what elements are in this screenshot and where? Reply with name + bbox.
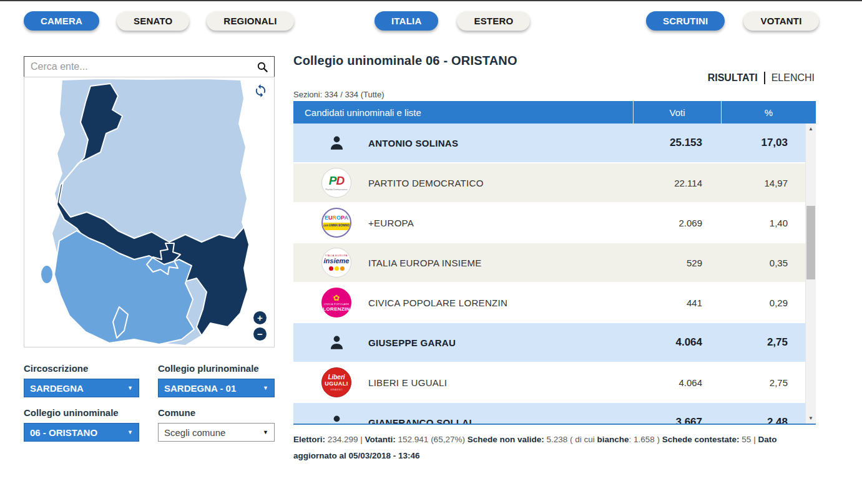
row-percent: 2,48 [721,416,805,425]
filter-select-collegio-plurinominale[interactable]: SARDEGNA - 01 ▼ [158,379,275,397]
nav-button-votanti[interactable]: VOTANTI [743,11,818,31]
header-candidates: Candidati uninominali e liste [293,101,633,124]
row-percent: 17,03 [721,137,805,149]
filter-label: Collegio plurinominale [158,363,275,374]
row-votes: 4.064 [633,336,721,349]
row-votes: 2.069 [633,218,721,228]
filter-value: 06 - ORISTANO [30,427,97,438]
row-logo-slot [321,327,351,357]
results-table: Candidati uninominali e liste Voti % ANT… [293,101,816,425]
chevron-down-icon: ▼ [263,385,268,391]
row-name-cell: LiberiUGUALIGRASSO LIBERI E UGUALI [293,367,633,397]
chevron-down-icon: ▼ [127,429,133,435]
row-logo-slot: ITALIA EUROPAinsieme [321,248,351,278]
tab-separator [764,72,765,84]
scroll-up-icon[interactable]: ▲ [806,124,816,133]
summary-value: 234.299 | [325,435,365,444]
summary-value: 5.238 ( di cui [544,435,597,444]
tab-elenchi[interactable]: ELENCHI [771,72,815,84]
party-list-row[interactable]: ITALIA EUROPAinsieme ITALIA EUROPA INSIE… [293,243,805,283]
turnout-summary: Elettori: 234.299 | Votanti: 152.941 (65… [293,432,815,463]
row-logo-slot [321,407,351,425]
party-logo-pd: PDPartito Democratico [321,168,351,198]
row-label: LIBERI E UGUALI [368,377,447,388]
chevron-down-icon: ▼ [127,385,133,391]
party-list-row[interactable]: ✿CIVICA POPOLARELORENZIN CIVICA POPOLARE… [293,283,805,323]
row-percent: 2,75 [721,336,805,349]
filter-select-circoscrizione[interactable]: SARDEGNA ▼ [24,379,139,397]
row-votes: 25.153 [633,137,721,149]
row-votes: 22.114 [633,178,721,188]
nav-group-territory: ITALIAESTERO [375,11,530,31]
row-percent: 2,75 [721,377,805,388]
candidate-row[interactable]: GIANFRANCO SOLLAI 3.667 2,48 [293,403,805,425]
search-icon[interactable] [257,61,268,73]
row-votes: 3.667 [633,416,721,425]
filter: Collegio plurinominale SARDEGNA - 01 ▼ [158,363,275,397]
row-label: GIUSEPPE GARAU [368,337,456,348]
map-island-small[interactable] [41,265,53,284]
row-name-cell: EUROPAcon EMMA BONINO +EUROPA [293,208,633,238]
filter-value: SARDEGNA - 01 [164,383,236,394]
summary-label: Votanti: [365,435,396,444]
scrollbar-thumb[interactable] [806,206,815,279]
row-label: ANTONIO SOLINAS [368,138,458,148]
region-map[interactable]: + − [24,77,275,347]
filter: Collegio uninominale 06 - ORISTANO ▼ [24,407,139,442]
refresh-icon[interactable] [253,84,268,99]
row-label: CIVICA POPOLARE LORENZIN [368,298,507,308]
row-logo-slot: EUROPAcon EMMA BONINO [321,208,351,238]
row-logo-slot: PDPartito Democratico [321,168,351,198]
party-logo-liberi-e-uguali: LiberiUGUALIGRASSO [321,367,351,397]
summary-value: 55 | [740,435,758,444]
candidate-row[interactable]: ANTONIO SOLINAS 25.153 17,03 [293,124,805,163]
party-list-row[interactable]: LiberiUGUALIGRASSO LIBERI E UGUALI 4.064… [293,363,805,403]
page-title: Collegio uninominale 06 - ORISTANO [293,54,517,68]
filter-label: Comune [158,407,275,418]
filter: Comune Scegli comune ▼ [158,407,275,442]
results-tabs: RISULTATI ELENCHI [708,72,815,84]
row-votes: 529 [633,258,721,268]
row-logo-slot: ✿CIVICA POPOLARELORENZIN [321,288,351,317]
scroll-down-icon[interactable]: ▼ [806,414,816,423]
nav-button-senato[interactable]: SENATO [117,11,189,31]
nav-button-scrutini[interactable]: SCRUTINI [646,11,725,31]
nav-button-camera[interactable]: CAMERA [24,11,99,31]
row-logo-slot [321,128,351,158]
summary-label: Elettori: [293,435,325,444]
row-name-cell: ANTONIO SOLINAS [293,128,633,158]
party-list-row[interactable]: PDPartito Democratico PARTITO DEMOCRATIC… [293,163,805,203]
row-votes: 441 [633,298,721,308]
nav-button-estero[interactable]: ESTERO [457,11,530,31]
filter-select-comune[interactable]: Scegli comune ▼ [158,423,275,442]
row-name-cell: GIANFRANCO SOLLAI [293,407,633,425]
zoom-in-icon[interactable]: + [253,311,267,324]
zoom-out-icon[interactable]: − [253,327,267,341]
nav-group-elections: CAMERASENATOREGIONALI [24,11,294,31]
party-list-row[interactable]: EUROPAcon EMMA BONINO +EUROPA 2.069 1,40 [293,203,805,243]
header-votes: Voti [633,101,721,124]
search-input[interactable] [24,61,257,72]
tab-risultati[interactable]: RISULTATI [708,72,758,84]
table-header: Candidati uninominali e liste Voti % [293,101,816,124]
filter-label: Collegio uninominale [24,407,139,418]
nav-group-views: SCRUTINIVOTANTI [646,11,819,31]
row-name-cell: GIUSEPPE GARAU [293,327,633,357]
table-scrollbar[interactable]: ▲ ▼ [805,124,816,424]
row-name-cell: ✿CIVICA POPOLARELORENZIN CIVICA POPOLARE… [293,288,633,317]
nav-button-regionali[interactable]: REGIONALI [207,11,293,31]
summary-value: : 1.658 ) [629,435,662,444]
filter-value: SARDEGNA [30,383,84,394]
party-logo-piu-europa: EUROPAcon EMMA BONINO [321,208,351,238]
party-logo-civica-popolare: ✿CIVICA POPOLARELORENZIN [321,288,351,317]
sections-count: Sezioni: 334 / 334 (Tutte) [293,90,384,99]
filter-select-collegio-uninominale[interactable]: 06 - ORISTANO ▼ [24,423,139,442]
chevron-down-icon: ▼ [263,429,268,435]
candidate-row[interactable]: GIUSEPPE GARAU 4.064 2,75 [293,323,805,363]
nav-button-italia[interactable]: ITALIA [375,11,438,31]
row-name-cell: ITALIA EUROPAinsieme ITALIA EUROPA INSIE… [293,248,633,278]
header-percent: % [721,101,816,124]
filter-value: Scegli comune [164,427,225,438]
filter: Circoscrizione SARDEGNA ▼ [24,363,139,397]
table-body: ANTONIO SOLINAS 25.153 17,03 PDPartito D… [293,124,805,425]
